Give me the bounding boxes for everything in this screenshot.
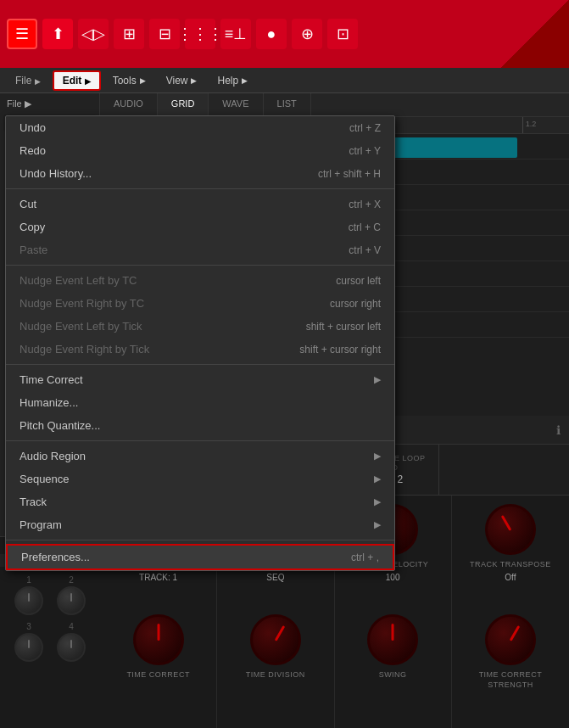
- layout-icon: ⊟: [159, 25, 171, 43]
- undo-history-item[interactable]: Undo History... ctrl + shift + H: [6, 162, 394, 185]
- timeline-tab-wave[interactable]: WAVE: [209, 93, 263, 116]
- grid-button[interactable]: ⊞: [114, 19, 144, 49]
- copy-item[interactable]: Copy ctrl + C: [6, 216, 394, 238]
- small-knob-4[interactable]: [57, 633, 86, 662]
- time-correct-strength-knob[interactable]: [485, 614, 536, 665]
- time-division-knob-label: TIME DIVISION: [246, 670, 305, 680]
- home-button[interactable]: ⬆: [42, 19, 73, 49]
- timeline-header: AUDIO GRID WAVE LIST: [100, 93, 569, 117]
- swing-knob-label: SWING: [379, 670, 407, 680]
- separator-3: [6, 364, 394, 365]
- humanize-item[interactable]: Humanize...: [6, 391, 394, 414]
- sequence-item[interactable]: Sequence ▶: [6, 468, 394, 490]
- nudge-right-tc-shortcut: cursor right: [330, 298, 381, 310]
- small-knob-1[interactable]: [14, 586, 43, 615]
- paste-item[interactable]: Paste ctrl + V: [6, 238, 394, 261]
- nudge-right-tc-label: Nudge Event Right by TC: [20, 297, 144, 310]
- mixer-button[interactable]: ≡⊥: [220, 19, 251, 49]
- preferences-shortcut: ctrl + ,: [351, 552, 379, 563]
- undo-history-shortcut: ctrl + shift + H: [318, 168, 381, 180]
- nudge-left-tc-item[interactable]: Nudge Event Left by TC cursor left: [6, 269, 394, 292]
- undo-item[interactable]: Undo ctrl + Z: [6, 116, 394, 139]
- sequence-button[interactable]: ⋮⋮⋮: [185, 19, 215, 49]
- audio-region-arrow: ▶: [374, 451, 381, 462]
- layout-button[interactable]: ⊟: [149, 19, 180, 49]
- file-label: File ▶: [7, 98, 31, 109]
- nudge-left-tick-item[interactable]: Nudge Event Left by Tick shift + cursor …: [6, 315, 394, 338]
- track-transpose-label: TRACK TRANSPOSE: [470, 560, 551, 570]
- nudge-right-tc-item[interactable]: Nudge Event Right by TC cursor right: [6, 292, 394, 315]
- track-transpose-knob[interactable]: [485, 504, 536, 555]
- file-header: File ▶: [0, 93, 99, 115]
- nudge-right-tick-label: Nudge Event Right by Tick: [20, 343, 149, 356]
- back-forward-button[interactable]: ◁▷: [78, 19, 109, 49]
- pitch-quantize-item[interactable]: Pitch Quantize...: [6, 414, 394, 437]
- time-correct-item[interactable]: Time Correct ▶: [6, 368, 394, 391]
- timeline-tab-grid[interactable]: GRID: [158, 93, 209, 116]
- back-forward-icon: ◁▷: [81, 25, 105, 43]
- humanize-label: Humanize...: [20, 396, 78, 409]
- time-division-knob[interactable]: [250, 614, 301, 665]
- tools-menu[interactable]: Tools ▶: [104, 72, 154, 89]
- nudge-right-tick-shortcut: shift + cursor right: [299, 344, 381, 356]
- ruler-mark-2: 1.2: [522, 117, 537, 133]
- knob-number-3: 3: [26, 622, 31, 631]
- nudge-left-tick-label: Nudge Event Left by Tick: [20, 320, 142, 333]
- file-menu[interactable]: File ▶: [7, 72, 49, 89]
- track-transpose-value: Off: [505, 573, 516, 582]
- view-menu[interactable]: View ▶: [158, 72, 206, 89]
- mixer-icon: ≡⊥: [225, 25, 248, 43]
- small-knob-3[interactable]: [14, 633, 43, 662]
- copy-shortcut: ctrl + C: [349, 221, 381, 233]
- transport-button[interactable]: ⊕: [292, 19, 322, 49]
- time-correct-arrow: ▶: [374, 374, 381, 385]
- left-knobs: 1 2 3 4: [0, 567, 100, 728]
- preferences-item[interactable]: Preferences... ctrl + ,: [6, 544, 394, 570]
- transport-icon: ⊕: [301, 25, 314, 43]
- track-item[interactable]: Track ▶: [6, 490, 394, 513]
- swing-knob[interactable]: [367, 614, 418, 665]
- audio-region-label: Audio Region: [20, 450, 86, 462]
- timeline-tab-audio[interactable]: AUDIO: [100, 93, 158, 116]
- small-knob-2[interactable]: [57, 586, 86, 615]
- nudge-left-tc-label: Nudge Event Left by TC: [20, 274, 137, 287]
- knob-col-track-transpose: TRACK TRANSPOSE Off: [452, 496, 569, 606]
- pitch-quantize-label: Pitch Quantize...: [20, 419, 100, 432]
- program-arrow: ▶: [374, 519, 381, 530]
- edit-menu[interactable]: Edit ▶: [53, 70, 101, 91]
- export-button[interactable]: ⊡: [327, 19, 358, 49]
- timeline-tab-list[interactable]: LIST: [264, 93, 311, 116]
- track-arrow: ▶: [374, 496, 381, 507]
- undo-history-label: Undo History...: [20, 167, 92, 180]
- nudge-right-tick-item[interactable]: Nudge Event Right by Tick shift + cursor…: [6, 338, 394, 361]
- help-menu[interactable]: Help ▶: [209, 72, 256, 89]
- menu-icon: ☰: [15, 25, 29, 43]
- record-button[interactable]: ●: [256, 19, 287, 49]
- track-length-value: SEQ: [266, 573, 284, 582]
- sequence-icon: ⋮⋮⋮: [177, 25, 223, 43]
- paste-label: Paste: [20, 244, 47, 256]
- audio-region-item[interactable]: Audio Region ▶: [6, 445, 394, 468]
- separator-1: [6, 188, 394, 189]
- redo-item[interactable]: Redo ctrl + Y: [6, 139, 394, 162]
- knob-col-time-correct-strength: TIME CORRECT STRENGTH: [452, 606, 569, 728]
- knob-number-4: 4: [69, 622, 74, 631]
- time-correct-knob-label: TIME CORRECT: [126, 670, 190, 680]
- time-correct-label: Time Correct: [20, 373, 83, 386]
- knob-area-2: TIME CORRECT TIME DIVISION SWING TIME CO…: [100, 606, 569, 728]
- current-track-value: TRACK: 1: [139, 573, 177, 582]
- knob-col-swing: SWING: [335, 606, 452, 728]
- timeline-clip-1[interactable]: [377, 137, 517, 158]
- sequence-label: Sequence: [20, 473, 70, 485]
- knob-row-2: 3 4: [14, 622, 86, 662]
- knob-number-2: 2: [69, 575, 74, 585]
- cut-item[interactable]: Cut ctrl + X: [6, 193, 394, 216]
- copy-label: Copy: [20, 221, 45, 233]
- cut-shortcut: ctrl + X: [349, 199, 381, 210]
- paste-shortcut: ctrl + V: [349, 244, 381, 256]
- menu-button[interactable]: ☰: [7, 19, 37, 49]
- top-toolbar: ☰ ⬆ ◁▷ ⊞ ⊟ ⋮⋮⋮ ≡⊥ ● ⊕ ⊡: [0, 0, 569, 68]
- time-correct-strength-label: TIME CORRECT STRENGTH: [455, 670, 566, 690]
- program-item[interactable]: Program ▶: [6, 513, 394, 536]
- time-correct-knob[interactable]: [133, 614, 184, 665]
